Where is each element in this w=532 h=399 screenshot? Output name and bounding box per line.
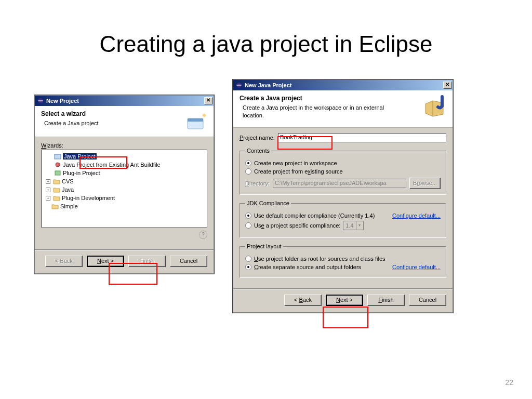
expander-icon[interactable]: +: [46, 179, 50, 184]
new-project-dialog: New Project ✕ Select a wizard Create a J…: [34, 95, 214, 274]
close-button[interactable]: ✕: [443, 82, 451, 89]
java-project-banner-icon: [422, 95, 447, 117]
svg-point-1: [38, 100, 43, 101]
folder-icon: [53, 178, 60, 184]
jdk-group: JDK Compliance Use default compiler comp…: [240, 200, 446, 238]
radio-icon: [245, 256, 251, 262]
radio-workspace[interactable]: Create new project in workspace: [245, 160, 441, 166]
banner: Select a wizard Create a Java project: [35, 106, 214, 137]
radio-icon: [245, 222, 251, 229]
expander-icon[interactable]: +: [46, 188, 50, 192]
tree-item-plugindev[interactable]: + Plug-in Development: [44, 194, 205, 202]
configure-layout-link[interactable]: Configure default...: [392, 264, 441, 270]
tree-item-ant[interactable]: Java Project from Existing Ant Buildfile: [44, 161, 205, 169]
finish-button[interactable]: Finish: [367, 295, 405, 306]
titlebar: New Java Project ✕: [233, 80, 453, 90]
project-name-label: Project name:: [240, 135, 275, 141]
layout-legend: Project layout: [245, 243, 283, 249]
wizard-tree[interactable]: Java Project Java Project from Existing …: [41, 150, 207, 228]
slide-title: Creating a java project in Eclipse: [0, 31, 532, 57]
back-button[interactable]: < Back: [45, 256, 83, 267]
radio-root-folder[interactable]: Use project folder as root for sources a…: [245, 256, 441, 262]
eclipse-icon: [235, 82, 243, 89]
wizards-label: Wizards:: [41, 142, 207, 149]
java-project-icon: [54, 153, 61, 159]
folder-icon: [53, 187, 60, 193]
svg-marker-4: [202, 113, 206, 117]
help-icon[interactable]: ?: [199, 231, 207, 239]
new-java-project-dialog: New Java Project ✕ Create a Java project…: [233, 79, 453, 313]
project-name-input[interactable]: BookTrading: [278, 133, 446, 142]
radio-existing[interactable]: Create project from existing source: [245, 168, 441, 175]
banner-title: Select a wizard: [41, 110, 207, 117]
tree-item-plugin[interactable]: Plug-in Project: [44, 169, 205, 177]
folder-icon: [51, 203, 59, 209]
radio-icon: [245, 168, 251, 175]
configure-default-link[interactable]: Configure default...: [392, 212, 441, 219]
finish-button[interactable]: Finish: [128, 256, 166, 267]
banner-title: Create a Java project: [240, 95, 446, 102]
browse-button[interactable]: Browse...: [409, 178, 441, 189]
banner-subtitle: Create a Java project: [44, 119, 161, 127]
svg-rect-7: [55, 171, 60, 175]
folder-icon: [53, 195, 60, 201]
button-row: < Back Next > Finish Cancel: [35, 256, 214, 273]
next-button[interactable]: Next >: [87, 256, 124, 267]
wizard-icon: [183, 110, 208, 133]
contents-group: Contents Create new project in workspace…: [240, 148, 446, 195]
eclipse-icon: [37, 97, 44, 104]
layout-group: Project layout Use project folder as roo…: [240, 243, 446, 278]
radio-default-compliance[interactable]: Use default compiler compliance (Current…: [245, 212, 441, 219]
titlebar-title: New Project: [46, 98, 202, 104]
radio-icon: [245, 160, 251, 166]
jdk-legend: JDK Compliance: [245, 200, 291, 206]
directory-input: C:\MyTemp\programs\eclipseJADE\workspa: [273, 179, 406, 188]
radio-separate-folders[interactable]: Create separate source and output folder…: [245, 264, 441, 270]
chevron-down-icon: ▾: [356, 221, 363, 230]
cancel-button[interactable]: Cancel: [170, 256, 207, 267]
contents-legend: Contents: [245, 148, 271, 154]
banner-subtitle: Create a Java project in the workspace o…: [243, 104, 388, 119]
back-button[interactable]: < Back: [284, 295, 322, 306]
button-row: < Back Next > Finish Cancel: [233, 295, 453, 312]
project-name-row: Project name: BookTrading: [240, 133, 446, 142]
tree-item-java[interactable]: + Java: [44, 185, 205, 194]
ant-icon: [54, 162, 61, 168]
expander-icon[interactable]: +: [46, 196, 50, 201]
tree-item-simple[interactable]: Simple: [44, 202, 205, 210]
compliance-dropdown: 1.4▾: [343, 221, 363, 230]
titlebar-title: New Java Project: [245, 82, 441, 88]
radio-icon: [245, 212, 251, 219]
radio-specific-compliance[interactable]: Use a project specific compliance: 1.4▾: [245, 221, 441, 230]
cancel-button[interactable]: Cancel: [409, 295, 446, 306]
tree-item-java-project[interactable]: Java Project: [44, 152, 205, 161]
svg-point-9: [236, 85, 242, 86]
radio-icon: [245, 264, 251, 270]
tree-item-cvs[interactable]: + CVS: [44, 177, 205, 185]
svg-rect-3: [188, 118, 203, 122]
banner: Create a Java project Create a Java proj…: [233, 90, 453, 128]
page-number: 22: [505, 378, 513, 387]
svg-rect-5: [55, 154, 61, 159]
next-button[interactable]: Next >: [326, 295, 363, 306]
svg-point-6: [56, 163, 60, 167]
close-button[interactable]: ✕: [204, 97, 212, 104]
titlebar: New Project ✕: [35, 96, 214, 106]
plugin-icon: [54, 170, 61, 176]
directory-label: Directory:: [245, 180, 270, 187]
